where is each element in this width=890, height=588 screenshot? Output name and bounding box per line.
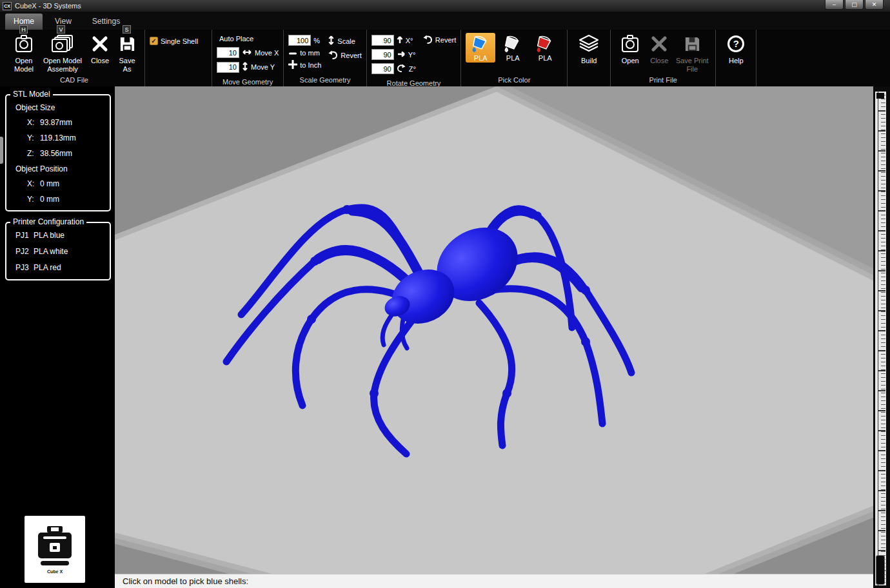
build-button[interactable]: Build [572, 32, 606, 65]
printjet-3-row[interactable]: PJ3 PLA red [15, 263, 104, 272]
scale-label: Scale [337, 37, 355, 45]
pla-blue-label: PLA [474, 54, 488, 62]
close-print-file-icon [651, 32, 668, 55]
scale-geometry-group-label: Scale Geometry [288, 74, 361, 86]
stl-model-panel: STL Model Object Size X: 93.87mm Y: 119.… [5, 94, 111, 211]
save-icon [119, 32, 136, 55]
shortcut-badge-v: V [57, 25, 65, 34]
save-print-file-button[interactable]: Save Print File [673, 32, 711, 74]
close-cad-button[interactable]: Close [86, 32, 114, 65]
maximize-button[interactable]: ▢ [845, 0, 864, 10]
help-icon: ? [727, 35, 744, 52]
printjet-1-id: PJ1 [15, 231, 34, 240]
help-button[interactable]: ? Help [720, 32, 751, 65]
rotate-revert-button[interactable]: Revert [422, 35, 456, 45]
viewport-3d-scene [115, 86, 873, 574]
open-print-file-button[interactable]: Open [615, 32, 645, 65]
pla-white-label: PLA [506, 54, 520, 62]
cad-file-group-label: CAD File [8, 74, 140, 86]
object-position-x: X: 0 mm [27, 179, 104, 188]
status-message: Click on model to pick blue shells: [123, 576, 248, 586]
to-inch-button[interactable]: to Inch [288, 60, 321, 70]
save-as-button[interactable]: Save As [114, 32, 140, 74]
scale-percent-input[interactable] [288, 35, 311, 46]
close-print-file-label: Close [650, 57, 668, 65]
rotate-x-input[interactable] [371, 35, 394, 46]
cubex-printer-badge: Cube X [25, 516, 85, 583]
move-x-input[interactable] [217, 47, 239, 58]
auto-place-label: Auto Place [219, 35, 253, 43]
printjet-1-row[interactable]: PJ1 PLA blue [15, 231, 104, 240]
printer-configuration-title: Printer Configuration [10, 217, 86, 226]
shortcut-badge-h: H [19, 25, 28, 34]
open-print-file-icon [620, 32, 640, 55]
to-mm-button[interactable]: to mm [288, 49, 321, 57]
tab-settings[interactable]: Settings [84, 14, 128, 30]
help-label: Help [729, 57, 744, 65]
open-print-file-label: Open [622, 57, 639, 65]
printer-configuration-panel: Printer Configuration PJ1 PLA blue PJ2 P… [5, 222, 111, 280]
left-edge-scrollbar[interactable] [0, 137, 3, 164]
pla-red-label: PLA [539, 54, 552, 62]
percent-sign: % [313, 37, 320, 44]
pick-color-group-label: Pick Color [466, 74, 562, 86]
window-title: CubeX - 3D Systems [15, 2, 81, 10]
build-label: Build [581, 57, 597, 65]
to-inch-label: to Inch [300, 61, 321, 69]
pick-color-pla-white[interactable]: PLA [498, 33, 528, 63]
paint-bucket-white-icon [502, 35, 524, 54]
group-rotate-geometry: X° Y° Z° Revert [367, 30, 462, 86]
size-z-value: 38.56mm [40, 149, 72, 158]
rotate-y-input[interactable] [371, 49, 394, 60]
open-model-icon [14, 32, 34, 55]
rotate-z-icon [397, 64, 406, 74]
app-window: CX CubeX - 3D Systems – ▢ ✕ Home View Se… [0, 0, 890, 588]
rotate-z-button[interactable]: Z° [409, 65, 416, 73]
rotate-y-button[interactable]: Y° [408, 51, 416, 59]
layer-slider-top-marker[interactable] [876, 93, 884, 99]
pick-color-pla-blue[interactable]: PLA [466, 33, 495, 63]
ribbon: H V S Open Model Open Model Assembly [0, 30, 890, 86]
move-y-icon [242, 61, 248, 73]
size-x-value: 93.87mm [40, 118, 72, 127]
pick-color-pla-red[interactable]: PLA [530, 33, 560, 63]
minimize-button[interactable]: – [825, 0, 844, 10]
open-model-button[interactable]: Open Model [8, 32, 39, 74]
rotate-x-button[interactable]: X° [406, 37, 413, 44]
close-cad-label: Close [91, 57, 109, 65]
object-size-x: X: 93.87mm [27, 118, 104, 127]
close-print-file-button[interactable]: Close [645, 32, 673, 65]
close-window-button[interactable]: ✕ [865, 0, 884, 10]
position-x-value: 0 mm [40, 179, 59, 188]
to-mm-icon [288, 49, 297, 57]
layer-slider-thumb[interactable] [876, 555, 885, 585]
single-shell-group-label [150, 82, 207, 86]
save-print-file-label: Save Print File [673, 57, 711, 74]
layer-slider-major-ticks [878, 92, 885, 585]
single-shell-checkbox[interactable]: ✓ [150, 37, 158, 45]
to-mm-label: to mm [300, 49, 320, 57]
scale-icon [328, 35, 335, 47]
title-bar: CX CubeX - 3D Systems – ▢ ✕ [0, 0, 890, 12]
app-icon: CX [3, 2, 12, 10]
scale-button[interactable]: Scale [328, 35, 361, 47]
open-model-assembly-button[interactable]: Open Model Assembly [39, 32, 86, 74]
scale-revert-button[interactable]: Revert [328, 50, 361, 61]
printjet-2-row[interactable]: PJ2 PLA white [15, 247, 104, 256]
move-y-button[interactable]: Move Y [251, 63, 275, 71]
object-size-z: Z: 38.56mm [27, 149, 104, 158]
move-y-input[interactable] [217, 62, 239, 73]
axis-label: Y: [27, 133, 40, 142]
object-size-y: Y: 119.13mm [27, 133, 104, 142]
revert-icon [328, 50, 338, 61]
print-file-group-label: Print File [615, 74, 711, 86]
group-print-file: Open Close Save Print File Print File [611, 30, 716, 86]
rotate-y-icon [397, 51, 406, 59]
group-move-geometry: Auto Place Move X Move Y Move [212, 30, 284, 86]
rotate-revert-label: Revert [435, 36, 456, 44]
auto-place-button[interactable]: Auto Place [219, 35, 253, 43]
shortcut-badge-s: S [123, 25, 131, 34]
move-x-button[interactable]: Move X [255, 49, 279, 57]
single-shell-option[interactable]: ✓ Single Shell [150, 37, 198, 45]
rotate-z-input[interactable] [371, 63, 394, 74]
